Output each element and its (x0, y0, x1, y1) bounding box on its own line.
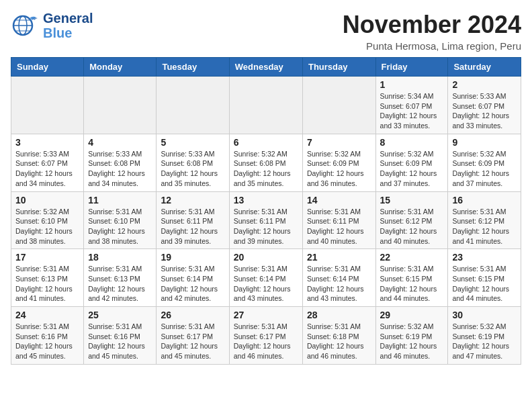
calendar-cell: 9Sunrise: 5:32 AMSunset: 6:09 PMDaylight… (448, 134, 521, 191)
calendar-cell: 4Sunrise: 5:33 AMSunset: 6:08 PMDaylight… (84, 134, 157, 191)
weekday-header-tuesday: Tuesday (157, 58, 229, 77)
day-number: 24 (15, 310, 79, 320)
calendar-cell: 2Sunrise: 5:33 AMSunset: 6:07 PMDaylight… (448, 77, 521, 134)
day-number: 30 (452, 310, 517, 320)
calendar-cell: 15Sunrise: 5:31 AMSunset: 6:12 PMDayligh… (375, 191, 448, 249)
day-info: Sunrise: 5:33 AMSunset: 6:07 PMDaylight:… (15, 149, 79, 189)
day-info: Sunrise: 5:32 AMSunset: 6:09 PMDaylight:… (380, 149, 444, 189)
calendar-cell: 11Sunrise: 5:31 AMSunset: 6:10 PMDayligh… (84, 191, 157, 249)
day-info: Sunrise: 5:31 AMSunset: 6:17 PMDaylight:… (234, 322, 298, 361)
day-info: Sunrise: 5:32 AMSunset: 6:19 PMDaylight:… (452, 322, 517, 361)
day-number: 29 (380, 310, 444, 320)
day-number: 4 (88, 137, 152, 148)
day-number: 18 (88, 252, 152, 263)
day-number: 19 (161, 252, 224, 263)
day-number: 11 (88, 195, 152, 205)
month-title: November 2024 (343, 11, 521, 39)
calendar-cell: 10Sunrise: 5:32 AMSunset: 6:10 PMDayligh… (11, 191, 84, 249)
calendar-cell (84, 77, 157, 134)
calendar-cell: 6Sunrise: 5:32 AMSunset: 6:08 PMDaylight… (229, 134, 302, 191)
day-info: Sunrise: 5:32 AMSunset: 6:08 PMDaylight:… (234, 149, 298, 189)
day-number: 25 (88, 310, 152, 320)
day-info: Sunrise: 5:33 AMSunset: 6:07 PMDaylight:… (452, 91, 517, 131)
calendar-table: SundayMondayTuesdayWednesdayThursdayFrid… (11, 57, 521, 365)
day-info: Sunrise: 5:32 AMSunset: 6:10 PMDaylight:… (15, 207, 79, 246)
weekday-header-friday: Friday (375, 58, 448, 77)
calendar-cell: 1Sunrise: 5:34 AMSunset: 6:07 PMDaylight… (375, 77, 448, 134)
day-info: Sunrise: 5:31 AMSunset: 6:15 PMDaylight:… (380, 264, 444, 304)
calendar-cell: 20Sunrise: 5:31 AMSunset: 6:14 PMDayligh… (229, 249, 302, 307)
calendar-cell: 18Sunrise: 5:31 AMSunset: 6:13 PMDayligh… (84, 249, 157, 307)
calendar-cell: 8Sunrise: 5:32 AMSunset: 6:09 PMDaylight… (375, 134, 448, 191)
weekday-header-thursday: Thursday (302, 58, 375, 77)
calendar-cell (302, 77, 375, 134)
day-info: Sunrise: 5:32 AMSunset: 6:09 PMDaylight:… (307, 149, 371, 189)
logo-blue: Blue (43, 26, 93, 40)
calendar-cell: 3Sunrise: 5:33 AMSunset: 6:07 PMDaylight… (11, 134, 84, 191)
day-info: Sunrise: 5:31 AMSunset: 6:11 PMDaylight:… (234, 207, 298, 246)
day-info: Sunrise: 5:31 AMSunset: 6:11 PMDaylight:… (307, 207, 371, 246)
day-info: Sunrise: 5:31 AMSunset: 6:11 PMDaylight:… (161, 207, 224, 246)
day-info: Sunrise: 5:31 AMSunset: 6:16 PMDaylight:… (88, 322, 152, 361)
day-number: 2 (452, 79, 517, 90)
day-info: Sunrise: 5:32 AMSunset: 6:19 PMDaylight:… (380, 322, 444, 361)
day-info: Sunrise: 5:31 AMSunset: 6:14 PMDaylight:… (161, 264, 224, 304)
calendar-cell: 16Sunrise: 5:31 AMSunset: 6:12 PMDayligh… (448, 191, 521, 249)
day-number: 22 (380, 252, 444, 263)
logo-general: General (43, 11, 93, 26)
day-info: Sunrise: 5:31 AMSunset: 6:18 PMDaylight:… (307, 322, 371, 361)
day-number: 20 (234, 252, 298, 263)
day-info: Sunrise: 5:34 AMSunset: 6:07 PMDaylight:… (380, 91, 444, 131)
calendar-cell: 27Sunrise: 5:31 AMSunset: 6:17 PMDayligh… (229, 307, 302, 365)
day-info: Sunrise: 5:31 AMSunset: 6:14 PMDaylight:… (234, 264, 298, 304)
day-info: Sunrise: 5:33 AMSunset: 6:08 PMDaylight:… (161, 149, 224, 189)
calendar-cell: 13Sunrise: 5:31 AMSunset: 6:11 PMDayligh… (229, 191, 302, 249)
day-info: Sunrise: 5:31 AMSunset: 6:13 PMDaylight:… (15, 264, 79, 304)
day-info: Sunrise: 5:31 AMSunset: 6:16 PMDaylight:… (15, 322, 79, 361)
logo: General Blue (11, 11, 93, 40)
calendar-cell: 22Sunrise: 5:31 AMSunset: 6:15 PMDayligh… (375, 249, 448, 307)
calendar-cell (11, 77, 84, 134)
page-header: General Blue November 2024 Punta Hermosa… (11, 11, 521, 52)
day-number: 12 (161, 195, 224, 205)
calendar-cell (157, 77, 229, 134)
day-info: Sunrise: 5:31 AMSunset: 6:12 PMDaylight:… (380, 207, 444, 246)
calendar-cell: 7Sunrise: 5:32 AMSunset: 6:09 PMDaylight… (302, 134, 375, 191)
calendar-cell: 28Sunrise: 5:31 AMSunset: 6:18 PMDayligh… (302, 307, 375, 365)
day-number: 28 (307, 310, 371, 320)
day-number: 10 (15, 195, 79, 205)
day-info: Sunrise: 5:31 AMSunset: 6:13 PMDaylight:… (88, 264, 152, 304)
day-number: 15 (380, 195, 444, 205)
day-info: Sunrise: 5:33 AMSunset: 6:08 PMDaylight:… (88, 149, 152, 189)
calendar-cell: 14Sunrise: 5:31 AMSunset: 6:11 PMDayligh… (302, 191, 375, 249)
title-section: November 2024 Punta Hermosa, Lima region… (343, 11, 521, 52)
day-info: Sunrise: 5:31 AMSunset: 6:12 PMDaylight:… (452, 207, 517, 246)
day-number: 1 (380, 79, 444, 90)
day-number: 14 (307, 195, 371, 205)
day-number: 6 (234, 137, 298, 148)
day-number: 16 (452, 195, 517, 205)
day-number: 7 (307, 137, 371, 148)
calendar-cell: 24Sunrise: 5:31 AMSunset: 6:16 PMDayligh… (11, 307, 84, 365)
calendar-cell: 30Sunrise: 5:32 AMSunset: 6:19 PMDayligh… (448, 307, 521, 365)
calendar-cell: 23Sunrise: 5:31 AMSunset: 6:15 PMDayligh… (448, 249, 521, 307)
location-subtitle: Punta Hermosa, Lima region, Peru (343, 40, 521, 52)
day-number: 27 (234, 310, 298, 320)
day-number: 5 (161, 137, 224, 148)
day-info: Sunrise: 5:31 AMSunset: 6:10 PMDaylight:… (88, 207, 152, 246)
weekday-header-monday: Monday (84, 58, 157, 77)
calendar-cell: 21Sunrise: 5:31 AMSunset: 6:14 PMDayligh… (302, 249, 375, 307)
calendar-cell: 5Sunrise: 5:33 AMSunset: 6:08 PMDaylight… (157, 134, 229, 191)
day-number: 21 (307, 252, 371, 263)
weekday-header-sunday: Sunday (11, 58, 84, 77)
day-info: Sunrise: 5:31 AMSunset: 6:17 PMDaylight:… (161, 322, 224, 361)
day-info: Sunrise: 5:32 AMSunset: 6:09 PMDaylight:… (452, 149, 517, 189)
weekday-header-saturday: Saturday (448, 58, 521, 77)
calendar-cell: 17Sunrise: 5:31 AMSunset: 6:13 PMDayligh… (11, 249, 84, 307)
calendar-cell (229, 77, 302, 134)
day-info: Sunrise: 5:31 AMSunset: 6:15 PMDaylight:… (452, 264, 517, 304)
calendar-cell: 25Sunrise: 5:31 AMSunset: 6:16 PMDayligh… (84, 307, 157, 365)
calendar-cell: 12Sunrise: 5:31 AMSunset: 6:11 PMDayligh… (157, 191, 229, 249)
calendar-cell: 19Sunrise: 5:31 AMSunset: 6:14 PMDayligh… (157, 249, 229, 307)
day-number: 9 (452, 137, 517, 148)
